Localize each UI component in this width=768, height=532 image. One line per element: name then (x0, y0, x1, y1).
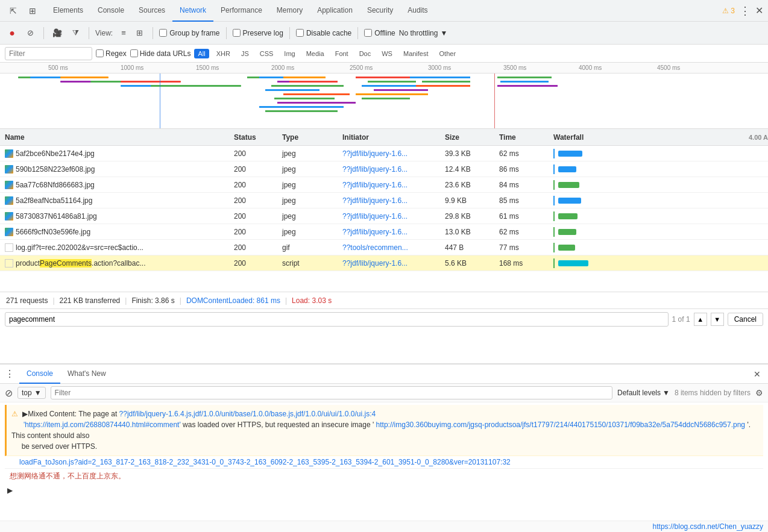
throttle-select[interactable]: No throttling ▼ (399, 29, 448, 37)
regex-label[interactable]: Regex (96, 49, 127, 58)
filter-type-css[interactable]: CSS (256, 49, 277, 58)
row-waterfall (549, 149, 768, 158)
clear-button[interactable]: ⊘ (23, 26, 37, 40)
initiator-link[interactable]: ??jdf/lib/jquery-1.6... (342, 228, 408, 236)
table-row[interactable]: 5aa77c68Nfd866683.jpg 200 jpeg ??jdf/lib… (0, 177, 768, 193)
console-stop-icon[interactable]: ⊘ (5, 387, 13, 399)
panel-more-icon[interactable]: ⋮ (5, 368, 14, 380)
filter-type-manifest[interactable]: Manifest (400, 49, 432, 58)
tab-network[interactable]: Network (172, 0, 213, 22)
view-list-icon[interactable]: ≡ (116, 26, 131, 40)
table-row[interactable]: 5a2f8eafNcba51164.jpg 200 jpeg ??jdf/lib… (0, 193, 768, 208)
filter-input[interactable] (5, 47, 92, 60)
disable-cache-label[interactable]: Disable cache (296, 29, 351, 37)
filter-type-js[interactable]: JS (238, 49, 253, 58)
console-filter-input[interactable] (51, 386, 612, 399)
close-button[interactable]: ✕ (755, 5, 763, 16)
header-initiator[interactable]: Initiator (338, 133, 440, 142)
console-area: ⚠ ▶Mixed Content: The page at ??jdf/lib/… (0, 402, 768, 521)
header-waterfall[interactable]: Waterfall 4.00 A (549, 133, 768, 142)
file-thumb-icon (5, 165, 13, 174)
filter-button[interactable]: ⧩ (68, 26, 83, 40)
view-label: View: (95, 29, 113, 37)
nav-tabs: Elements Console Sources Network Perform… (46, 0, 722, 22)
view-grid-icon[interactable]: ⊞ (132, 26, 146, 40)
filter-type-all[interactable]: All (194, 49, 209, 58)
header-name[interactable]: Name (0, 133, 229, 142)
tl-bar (289, 81, 338, 83)
initiator-link[interactable]: ??jdf/lib/jquery-1.6... (342, 196, 408, 205)
filter-type-other[interactable]: Other (436, 49, 460, 58)
search-next-button[interactable]: ▼ (711, 313, 724, 326)
tab-sources[interactable]: Sources (131, 0, 172, 22)
row-name: 5af2bce6Nbe2174e4.jpg (0, 149, 229, 158)
table-row[interactable]: 590b1258N223ef608.jpg 200 jpeg ??jdf/lib… (0, 161, 768, 177)
screenshot-button[interactable]: 🎥 (50, 26, 65, 40)
filter-type-doc[interactable]: Doc (356, 49, 375, 58)
msg-link2[interactable]: 'https://item.jd.com/26880874440.html#co… (24, 421, 181, 429)
filter-type-img[interactable]: Img (280, 49, 298, 58)
tab-application[interactable]: Application (310, 0, 360, 22)
more-menu[interactable]: ⋮ (740, 4, 751, 17)
disable-cache-checkbox[interactable] (296, 29, 304, 37)
tab-performance[interactable]: Performance (213, 0, 269, 22)
row-name: 590b1258N223ef608.jpg (0, 165, 229, 174)
table-row[interactable]: 5666f9cfN03e596fe.jpg 200 jpeg ??jdf/lib… (0, 224, 768, 240)
offline-checkbox[interactable] (364, 29, 372, 37)
tab-security[interactable]: Security (360, 0, 400, 22)
row-time: 62 ms (494, 149, 549, 158)
regex-checkbox[interactable] (96, 49, 104, 57)
group-by-frame-checkbox[interactable] (159, 29, 167, 37)
initiator-link[interactable]: ??jdf/lib/jquery-1.6... (342, 181, 408, 189)
tab-console-panel[interactable]: Console (19, 365, 60, 384)
filter-type-font[interactable]: Font (332, 49, 352, 58)
tab-console[interactable]: Console (90, 0, 131, 22)
table-row[interactable]: 58730837N61486a81.jpg 200 jpeg ??jdf/lib… (0, 208, 768, 224)
tab-audits[interactable]: Audits (400, 0, 435, 22)
initiator-link[interactable]: ??jdf/lib/jquery-1.6... (342, 149, 408, 158)
header-type[interactable]: Type (277, 133, 338, 142)
msg-text3: was loaded over HTTPS, but requested an … (183, 421, 374, 429)
level-select[interactable]: Default levels ▼ (617, 389, 670, 397)
offline-label[interactable]: Offline (364, 29, 395, 37)
header-time[interactable]: Time (494, 133, 549, 142)
table-row[interactable]: log.gif?t=rec.202002&v=src=rec$actio... … (0, 240, 768, 255)
tab-memory[interactable]: Memory (269, 0, 310, 22)
search-prev-button[interactable]: ▲ (694, 313, 707, 326)
tab-elements[interactable]: Elements (46, 0, 90, 22)
initiator-link[interactable]: ??jdf/lib/jquery-1.6... (342, 212, 408, 221)
table-row-highlighted[interactable]: productPageComments.action?callbac... 20… (0, 255, 768, 271)
filter-type-ws[interactable]: WS (378, 49, 396, 58)
filter-type-xhr[interactable]: XHR (213, 49, 234, 58)
search-input[interactable] (5, 312, 669, 327)
header-size[interactable]: Size (440, 133, 494, 142)
tl-bar (274, 98, 335, 99)
nav-right: ⚠ 3 ⋮ ✕ (722, 4, 763, 17)
dock-icon[interactable]: ⇱ (5, 2, 22, 19)
initiator-link[interactable]: ??jdf/lib/jquery-1.6... (342, 165, 408, 174)
console-link-line: loadFa_toJson.js?aid=2_163_817-2_163_818… (5, 456, 763, 469)
hide-data-urls-label[interactable]: Hide data URLs (130, 49, 191, 58)
row-name: 58730837N61486a81.jpg (0, 212, 229, 221)
msg-link1[interactable]: ??jdf/lib/jquery-1.6.4.js,jdf/1.0.0/unit… (119, 410, 376, 418)
initiator-link[interactable]: ??jdf/lib/jquery-1.6... (342, 259, 408, 268)
console-context-select[interactable]: top ▼ (17, 387, 46, 399)
hide-data-urls-checkbox[interactable] (130, 49, 138, 57)
close-panel-icon[interactable]: ✕ (751, 367, 763, 381)
sep2: | (125, 296, 127, 305)
initiator-link[interactable]: ??tools/recommen... (342, 243, 408, 252)
undock-icon[interactable]: ⊞ (24, 2, 41, 19)
record-button[interactable]: ● (5, 26, 19, 40)
tab-whats-new[interactable]: What's New (60, 365, 113, 384)
msg-link3[interactable]: http://img30.360buyimg.com/jgsq-products… (376, 421, 745, 429)
preserve-log-label[interactable]: Preserve log (233, 29, 283, 37)
console-link-loadfa[interactable]: loadFa_toJson.js?aid=2_163_817-2_163_818… (19, 458, 511, 466)
filter-type-media[interactable]: Media (303, 49, 328, 58)
console-settings-icon[interactable]: ⚙ (755, 388, 763, 398)
preserve-log-checkbox[interactable] (233, 29, 241, 37)
table-row[interactable]: 5af2bce6Nbe2174e4.jpg 200 jpeg ??jdf/lib… (0, 146, 768, 161)
group-by-frame-label[interactable]: Group by frame (159, 29, 219, 37)
waterfall-bar (558, 229, 576, 235)
header-status[interactable]: Status (229, 133, 277, 142)
cancel-search-button[interactable]: Cancel (728, 313, 763, 326)
